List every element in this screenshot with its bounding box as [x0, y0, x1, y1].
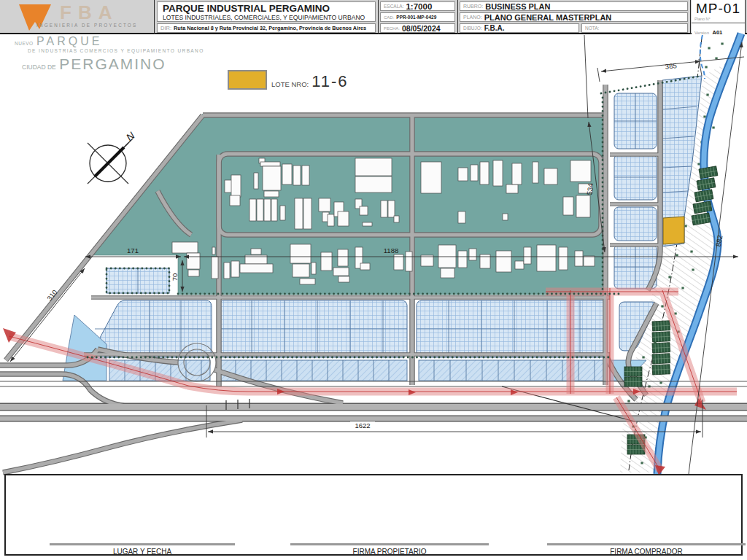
signature-line	[547, 543, 746, 545]
signature-label-propietario: FIRMA PROPIETARIO	[290, 548, 489, 556]
signature-label-lugar: LUGAR Y FECHA	[50, 548, 235, 556]
dim-1188: 1188	[384, 246, 398, 254]
masterplan-sheet: FBA INGENIERIA DE PROYECTOS PARQUE INDUS…	[0, 0, 747, 560]
signature-box: LUGAR Y FECHA FIRMA PROPIETARIO FIRMA CO…	[4, 474, 743, 556]
dim-70: 70	[171, 273, 179, 281]
signature-label-comprador: FIRMA COMPRADOR	[547, 548, 746, 556]
dim-882: 882	[714, 234, 724, 247]
dim-385: 385	[665, 61, 677, 71]
dim-171: 171	[127, 246, 139, 254]
dim-1622: 1622	[355, 421, 370, 429]
signature-line	[50, 543, 235, 545]
dim-534: 534	[585, 183, 595, 195]
north-compass-icon: N	[88, 129, 137, 184]
compass-north-label: N	[124, 129, 138, 143]
stream-dashed-line	[700, 35, 705, 79]
highlighted-lot-11-6	[663, 217, 684, 244]
signature-line	[290, 543, 489, 545]
